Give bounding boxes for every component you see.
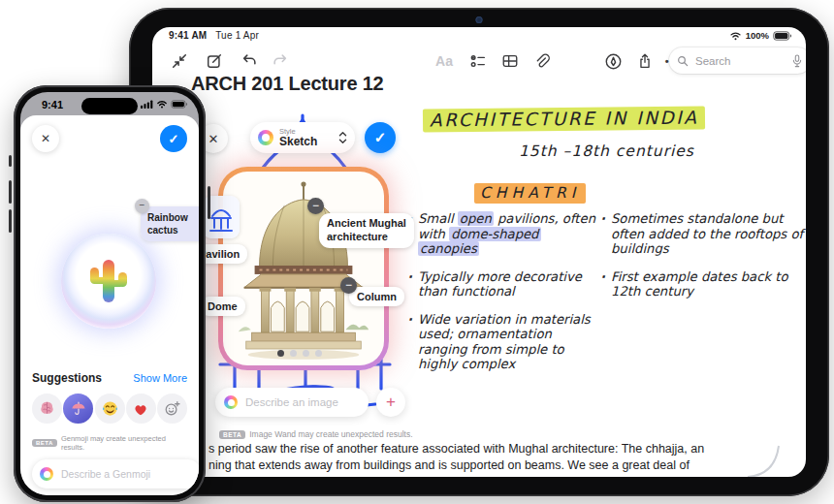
note-bullet: Sometimes standalone but often added to … (600, 211, 806, 257)
table-button[interactable] (496, 47, 525, 76)
red-heart-emoji[interactable] (126, 394, 156, 424)
genmoji-bottom-panel: Suggestions Show More (20, 371, 199, 488)
text-format-button[interactable]: Aa (430, 47, 459, 76)
ipad-camera (476, 16, 483, 23)
label-ancient-mughal[interactable]: Ancient Mughal architecture (319, 213, 414, 248)
battery-icon (773, 31, 792, 41)
describe-image-field[interactable] (215, 388, 369, 417)
remove-label-button[interactable]: − (340, 277, 357, 294)
handwritten-heading: ARCHITECTURE IN INDIA (423, 107, 706, 130)
status-date: Tue 1 Apr (215, 30, 259, 41)
genmoji-sheet: ✕ ✓ (20, 115, 199, 495)
note-bullet: Small open pavilions, often with dome-sh… (407, 211, 601, 257)
notes-left-column: Small open pavilions, often with dome-sh… (407, 211, 601, 385)
rainbow-cactus-genmoji (89, 256, 128, 306)
attachment-button[interactable] (527, 47, 556, 76)
brain-emoji[interactable] (32, 394, 62, 424)
genmoji-label[interactable]: Rainbow cactus (141, 206, 199, 241)
iphone-status-icons (141, 100, 188, 109)
add-image-button[interactable]: + (376, 388, 405, 417)
beta-badge: BETA (219, 430, 245, 439)
apple-intelligence-icon (258, 130, 273, 145)
ipad-device: 9:41 AM Tue 1 Apr 100% (129, 8, 829, 496)
volume-up-button (9, 180, 12, 204)
wifi-icon (156, 100, 168, 109)
plus-icon: + (386, 393, 396, 412)
handwritten-subheading: 15th –18th centuries (519, 142, 694, 160)
label-column[interactable]: Column (349, 287, 404, 306)
notes-right-column: Sometimes standalone but often added to … (600, 211, 806, 312)
check-icon: ✓ (374, 129, 387, 146)
compose-button[interactable] (200, 47, 229, 76)
share-button[interactable] (630, 47, 659, 76)
status-time: 9:41 (42, 99, 63, 110)
iphone-screen: 9:41 ✕ ✓ (20, 92, 199, 495)
mic-icon[interactable] (791, 54, 803, 68)
describe-image-input[interactable] (243, 395, 360, 409)
note-bullet: Wide variation in materials used; orname… (407, 312, 601, 372)
show-more-link[interactable]: Show More (133, 372, 187, 384)
page-dot[interactable] (277, 350, 284, 357)
page-dot[interactable] (315, 350, 322, 357)
genmoji-cancel-button[interactable]: ✕ (32, 125, 59, 152)
style-picker[interactable]: Style Sketch (250, 122, 355, 153)
paperclip-icon (532, 52, 550, 70)
variant-page-dots[interactable] (277, 350, 322, 357)
generated-image-frame[interactable] (218, 167, 389, 370)
check-icon: ✓ (169, 132, 179, 146)
beta-text: Image Wand may create unexpected results… (249, 429, 412, 439)
new-genmoji-button[interactable] (157, 394, 187, 424)
remove-label-button[interactable]: − (307, 198, 324, 214)
page-dot[interactable] (290, 350, 297, 357)
ipad-screen: 9:41 AM Tue 1 Apr 100% (152, 27, 806, 477)
genmoji-preview-bubble (61, 234, 156, 329)
suggestions-title: Suggestions (32, 371, 102, 385)
checklist-icon (469, 52, 487, 70)
search-input[interactable] (693, 54, 786, 68)
minus-icon: − (345, 278, 352, 292)
volume-down-button (9, 209, 12, 233)
battery-percent: 100% (746, 30, 769, 41)
genmoji-confirm-button[interactable]: ✓ (160, 125, 187, 152)
dynamic-island (81, 98, 138, 114)
exit-fullscreen-button[interactable] (165, 47, 194, 76)
describe-genmoji-field[interactable] (32, 459, 199, 488)
format-icon: Aa (435, 53, 453, 69)
mini-dome-sketch-icon (207, 201, 236, 234)
note-bullet: First example dates back to 12th century (600, 269, 806, 299)
beta-text: Genmoji may create unexpected results. (61, 434, 187, 452)
cellular-signal-icon (141, 100, 153, 109)
describe-genmoji-input[interactable] (59, 467, 194, 481)
umbrella-genmoji[interactable] (63, 394, 93, 424)
search-field[interactable] (669, 47, 806, 74)
undo-button[interactable] (235, 47, 264, 76)
remove-genmoji-label-button[interactable]: − (135, 199, 149, 213)
mute-switch (9, 155, 12, 167)
minus-icon: − (140, 200, 145, 210)
redo-button[interactable] (266, 47, 295, 76)
share-icon (636, 52, 654, 70)
close-icon: ✕ (41, 132, 50, 145)
page-dot[interactable] (303, 350, 309, 357)
style-value: Sketch (279, 136, 317, 147)
image-wand-confirm-button[interactable]: ✓ (365, 122, 396, 153)
redo-icon (272, 52, 289, 70)
undo-icon (241, 52, 258, 70)
apple-intelligence-icon (40, 467, 53, 481)
markup-button[interactable] (598, 47, 627, 76)
side-button (208, 186, 210, 219)
laughing-crying-emoji[interactable] (95, 394, 125, 424)
checklist-button[interactable] (464, 47, 493, 76)
ipad-status-bar: 9:41 AM Tue 1 Apr 100% (152, 30, 806, 44)
beta-badge: BETA (32, 439, 57, 447)
compose-icon (206, 52, 223, 70)
suggestion-emoji-row (32, 394, 187, 424)
iphone-device: 9:41 ✕ ✓ (14, 85, 206, 502)
minus-icon: − (312, 199, 319, 212)
note-bullet: Typically more decorative than functiona… (407, 269, 601, 299)
handwritten-section: CHHATRI (474, 184, 586, 202)
label-dome[interactable]: Dome (200, 297, 245, 316)
collapse-arrows-icon (171, 52, 188, 70)
marketing-canvas: 9:41 AM Tue 1 Apr 100% (0, 0, 834, 504)
status-time: 9:41 AM (169, 30, 207, 41)
